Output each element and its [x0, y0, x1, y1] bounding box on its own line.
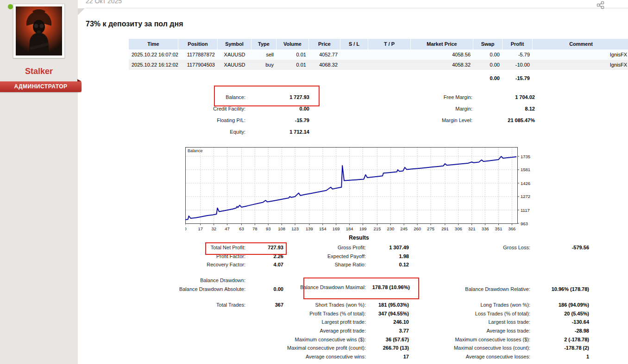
results-column-3: Gross Loss:-579.56: [438, 243, 589, 252]
stat-row: Maximal consecutive loss (count):-178.78…: [438, 344, 589, 352]
stat-row: Floating P/L:-15.79: [153, 115, 309, 126]
stat-label: Gross Loss:: [438, 243, 530, 252]
stat-label: Profit Factor:: [153, 252, 245, 261]
svg-text:199: 199: [359, 226, 367, 231]
stat-label: Loss Trades (% of total):: [438, 309, 530, 318]
stat-value: 2 (-178.78): [530, 335, 589, 344]
svg-text:93: 93: [266, 226, 271, 231]
svg-text:1735: 1735: [521, 154, 530, 159]
stat-row: Equity:1 712.14: [153, 126, 309, 138]
stat-row: Gross Loss:-579.56: [438, 243, 589, 252]
stat-row: Gross Profit:1 307.49: [278, 243, 409, 252]
table-cell: XAUUSD: [218, 60, 251, 70]
table-cell: 1177887872: [178, 49, 218, 60]
table-cell: [368, 60, 411, 70]
stat-row: Largest profit trade:246.10: [278, 318, 409, 327]
table-cell: 2025.10.22 16:07:02: [129, 49, 178, 60]
svg-text:306: 306: [455, 226, 462, 231]
stat-row: Average consecutive losses:1: [438, 352, 589, 361]
stat-label: Free Margin:: [403, 92, 472, 103]
username[interactable]: Stalker: [0, 67, 78, 76]
table-cell: [218, 73, 251, 83]
stat-label: Average profit trade:: [278, 327, 366, 335]
stat-label: Largest profit trade:: [278, 318, 366, 327]
drawdown-column-1: Balance Drawdown:Balance Drawdown Absolu…: [153, 276, 283, 293]
role-badge: АДМИНИСТРАТОР: [0, 81, 82, 92]
chart-legend: Balance: [188, 148, 203, 153]
stat-value: -579.56: [530, 243, 589, 252]
avatar[interactable]: [13, 4, 65, 58]
user-sidebar: Stalker АДМИНИСТРАТОР: [0, 0, 78, 364]
svg-text:184: 184: [346, 226, 353, 231]
stat-row: Profit Factor:2.26: [153, 252, 283, 261]
svg-text:47: 47: [225, 226, 230, 231]
stat-value: 3.77: [366, 327, 409, 335]
stat-label: Expected Payoff:: [278, 252, 366, 261]
stat-label: Maximum consecutive losses ($):: [438, 335, 530, 344]
table-cell: IgnisFX: [533, 49, 628, 60]
stat-label: Balance Drawdown Maximal:: [278, 283, 366, 292]
svg-text:0: 0: [185, 226, 187, 231]
stat-row: Total Trades:367: [153, 301, 283, 309]
stat-row: Balance Drawdown Maximal:178.78 (10.96%): [278, 283, 410, 292]
divider: [86, 8, 628, 8]
table-header-cell: Profit: [502, 39, 533, 49]
table-cell: [129, 73, 178, 83]
table-header-cell: Position: [178, 39, 218, 49]
table-header-cell: Swap: [473, 39, 502, 49]
table-cell: -5.79: [502, 49, 533, 60]
avatar-image: [16, 6, 62, 56]
stat-label: Balance:: [153, 92, 245, 103]
svg-text:139: 139: [306, 226, 313, 231]
svg-text:245: 245: [400, 226, 408, 231]
stat-label: Short Trades (won %):: [278, 301, 366, 309]
svg-text:351: 351: [495, 226, 502, 231]
svg-text:230: 230: [387, 226, 394, 231]
stat-row: Free Margin:1 704.02: [403, 92, 535, 103]
svg-text:1581: 1581: [521, 167, 530, 172]
table-cell: 2025.10.22 16:12:02: [129, 60, 178, 70]
forum-post-page: Stalker АДМИНИСТРАТОР 22 Окт 2025 73% к …: [0, 0, 628, 364]
stat-value: 0.00: [245, 103, 309, 115]
stat-value: 10.96% (178.78): [530, 285, 589, 294]
stat-value: -178.78 (2): [530, 344, 589, 352]
account-summary-left: Balance:1 727.93Credit Facility:0.00Floa…: [153, 92, 309, 138]
table-header-cell: T / P: [368, 39, 411, 49]
stat-value: 347 (94.55%): [366, 309, 409, 318]
table-row: 2025.10.22 16:07:021177887872XAUUSDsell0…: [129, 49, 628, 60]
drawdown-column-2: Balance Drawdown Maximal:178.78 (10.96%): [278, 283, 410, 292]
svg-text:1117: 1117: [521, 208, 530, 213]
post-date: 22 Окт 2025: [86, 0, 122, 5]
stat-value: 21 085.47%: [472, 115, 535, 126]
table-cell: 4052.77: [309, 49, 340, 60]
stat-value: 1.98: [366, 252, 409, 261]
balance-chart: 9631117127214261581173501732476378931081…: [185, 147, 537, 233]
stat-value: 8.12: [472, 103, 535, 115]
stat-label: Equity:: [153, 126, 245, 138]
table-cell: -15.79: [502, 73, 533, 83]
table-header-cell: Time: [129, 39, 178, 49]
stat-value: -15.79: [245, 115, 309, 126]
stat-value: 178.78 (10.96%): [366, 283, 410, 292]
stat-row: Recovery Factor:4.07: [153, 260, 283, 269]
table-row: 2025.10.22 16:12:021177904503XAUUSDbuy0.…: [129, 60, 628, 70]
table-cell: 4068.32: [309, 60, 340, 70]
stat-value: 1: [530, 352, 589, 361]
share-icon[interactable]: [597, 1, 605, 9]
stat-label: Balance Drawdown Relative:: [438, 285, 530, 294]
stat-row: Credit Facility:0.00: [153, 103, 309, 115]
svg-text:123: 123: [291, 226, 299, 231]
stat-row: Maximum consecutive wins ($):36 (57.67): [278, 335, 409, 344]
stat-label: Gross Profit:: [278, 243, 366, 252]
table-cell: sell: [251, 49, 276, 60]
trades-stats-column-1: Total Trades:367: [153, 301, 283, 309]
stat-value: 0.12: [366, 260, 409, 269]
svg-text:1426: 1426: [521, 181, 530, 186]
stat-row: Balance:1 727.93: [153, 92, 309, 103]
stat-value: 1 712.14: [245, 126, 309, 138]
svg-text:336: 336: [482, 226, 489, 231]
stat-row: Loss Trades (% of total):20 (5.45%): [438, 309, 589, 318]
svg-text:169: 169: [333, 226, 340, 231]
stat-label: Profit Trades (% of total):: [278, 309, 366, 318]
table-cell: 4058.32: [411, 60, 473, 70]
